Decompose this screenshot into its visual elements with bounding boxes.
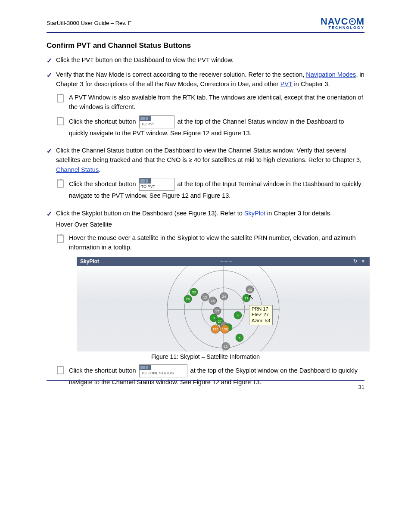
notepad-icon (56, 93, 67, 106)
check-item: ✓ Click the PVT button on the Dashboard … (47, 55, 364, 66)
to-pvt-shortcut-chip: TO PVT (139, 178, 174, 191)
to-pvt-shortcut-chip: TO PVT (139, 115, 174, 128)
svg-text:23: 23 (248, 288, 252, 292)
satellite-marker[interactable]: 17 (243, 294, 250, 302)
compass-icon: ✦ (349, 18, 356, 25)
checkmark-icon: ✓ (47, 209, 56, 220)
grip-icon[interactable] (220, 261, 232, 262)
logo-text-left: NAVC (321, 17, 349, 26)
svg-text:17: 17 (245, 296, 249, 300)
satellite-marker[interactable]: 135 (211, 325, 220, 333)
notepad-icon (56, 116, 67, 129)
satellite-marker[interactable]: 23 (246, 286, 254, 293)
satellite-marker[interactable]: 24 (220, 292, 228, 300)
refresh-icon[interactable]: ↻ (352, 258, 358, 264)
svg-text:5: 5 (239, 336, 241, 340)
checkmark-icon: ✓ (47, 146, 56, 157)
satellite-marker[interactable]: 4 (234, 311, 242, 319)
svg-text:17: 17 (215, 309, 219, 313)
satellite-marker[interactable]: 138 (221, 325, 229, 333)
check-item: ✓ Click the Channel Status button on the… (47, 146, 364, 174)
note-item: A PVT Window is also available from the … (56, 93, 364, 112)
logo-subtext: TECHNOLOGY (328, 26, 364, 29)
check-text: Click the PVT button on the Dashboard to… (56, 55, 364, 65)
note-item: Click the shortcut button TO PVT at the … (56, 115, 364, 138)
satellite-tooltip: PRN 17 Elev: 27 Azim: 53 (249, 305, 273, 325)
svg-text:138: 138 (222, 327, 228, 331)
note-text: Click the shortcut button TO PVT at the … (69, 115, 364, 138)
link-channel-status[interactable]: Channel Status (56, 166, 99, 173)
logo: NAVC ✦ M TECHNOLOGY (321, 17, 364, 29)
skyplot-panel: SkyPlot ↻ ▾ 3026121524231717492714 (77, 257, 370, 352)
check-text: Verify that the Nav Mode is correct acco… (56, 70, 364, 89)
svg-text:13: 13 (224, 345, 228, 348)
logo-text-right: M (356, 17, 364, 26)
note-text: A PVT Window is also available from the … (69, 93, 364, 112)
satellite-marker[interactable]: 12 (201, 293, 209, 301)
link-navigation-modes[interactable]: Navigation Modes (306, 71, 356, 78)
check-text: Click the Skyplot button on the Dashboar… (56, 208, 364, 230)
svg-text:9: 9 (213, 316, 215, 320)
skyplot-title: SkyPlot (80, 258, 99, 264)
link-skyplot[interactable]: SkyPlot (244, 210, 265, 217)
section-title: Confirm PVT and Channel Status Buttons (47, 41, 364, 50)
satellite-marker[interactable]: 30 (190, 288, 198, 296)
notepad-icon (56, 234, 67, 246)
link-pvt[interactable]: PVT (280, 81, 293, 87)
note-text: Hover the mouse over a satellite in the … (69, 233, 364, 252)
satellite-marker[interactable]: 26 (184, 295, 192, 303)
svg-text:4: 4 (237, 314, 239, 317)
page-header: StarUtil-3000 User Guide – Rev. F NAVC ✦… (47, 17, 364, 33)
page-footer: 31 (47, 380, 364, 390)
check-item: ✓ Verify that the Nav Mode is correct ac… (47, 70, 364, 89)
note-text: Click the shortcut button TO PVT at the … (69, 178, 364, 200)
svg-text:135: 135 (212, 327, 218, 331)
to-chnl-status-shortcut-chip: TO CHNL STATUS (139, 364, 187, 377)
note-item: Click the shortcut button TO PVT at the … (56, 178, 364, 200)
satellite-marker[interactable]: 15 (209, 297, 217, 305)
svg-text:30: 30 (192, 290, 196, 294)
note-item: Hover the mouse over a satellite in the … (56, 233, 364, 252)
figure-caption: Figure 11: Skyplot – Satellite Informati… (47, 353, 364, 360)
svg-text:24: 24 (222, 295, 226, 299)
satellite-marker[interactable]: 13 (222, 342, 230, 350)
skyplot-titlebar[interactable]: SkyPlot ↻ ▾ (77, 257, 370, 266)
page-number: 31 (358, 384, 364, 390)
chevron-down-icon[interactable]: ▾ (360, 258, 366, 264)
svg-text:15: 15 (211, 299, 215, 303)
checkmark-icon: ✓ (47, 70, 56, 81)
header-title: StarUtil-3000 User Guide – Rev. F (47, 20, 131, 26)
svg-text:12: 12 (203, 296, 207, 299)
skyplot-canvas[interactable]: 30261215242317174927142135138513 ↖ PRN 1… (77, 266, 370, 352)
checkmark-icon: ✓ (47, 56, 56, 66)
satellite-marker[interactable]: 5 (236, 334, 243, 342)
satellite-marker[interactable]: 17 (213, 307, 221, 315)
check-text: Click the Channel Status button on the D… (56, 146, 364, 174)
notepad-icon (56, 365, 67, 378)
svg-text:26: 26 (186, 297, 190, 301)
check-item: ✓ Click the Skyplot button on the Dashbo… (47, 208, 364, 230)
notepad-icon (56, 179, 67, 191)
